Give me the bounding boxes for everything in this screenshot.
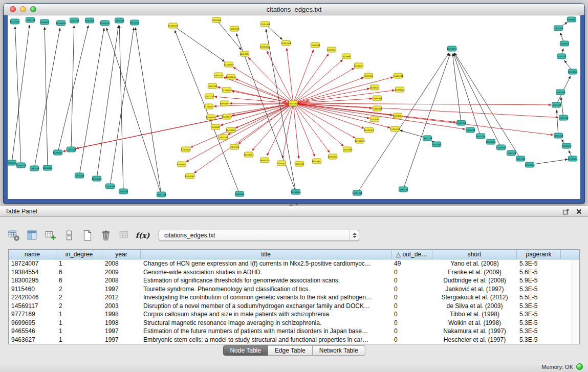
network-node[interactable]: 16585549 — [229, 26, 239, 31]
network-canvas[interactable]: 1872400716054065154981261261065111431760… — [8, 15, 580, 199]
network-node[interactable]: 13129931 — [341, 54, 352, 59]
new-table-button[interactable] — [80, 228, 95, 243]
network-node[interactable]: 12610651 — [239, 51, 250, 56]
network-node[interactable]: 14321278 — [422, 136, 432, 141]
network-node[interactable]: 14774354 — [66, 147, 76, 152]
column-header-out_degree[interactable]: △ out_de… — [391, 250, 432, 259]
network-node[interactable]: 15281463 — [431, 142, 442, 147]
network-node[interactable]: 11444823 — [291, 189, 301, 194]
table-row[interactable]: 1830029562008Estimation of significance … — [9, 276, 572, 285]
row-height-button[interactable] — [61, 228, 76, 243]
network-node[interactable]: 16962098 — [84, 18, 95, 23]
network-node[interactable]: 11737291 — [204, 104, 214, 109]
function-builder-button[interactable]: f(x) — [135, 228, 150, 243]
network-node[interactable]: 19115756 — [475, 134, 486, 139]
network-node[interactable]: 19396826 — [395, 87, 405, 92]
network-node[interactable]: 10329261 — [393, 113, 403, 118]
network-node[interactable]: 18165968 — [372, 106, 382, 111]
network-node[interactable]: 10196372 — [369, 85, 380, 90]
network-node[interactable]: 14513994 — [342, 147, 353, 152]
tab-network-table[interactable]: Network Table — [313, 345, 365, 356]
table-selector-dropdown[interactable]: citations_edges.txt — [159, 230, 359, 241]
network-node[interactable]: 13795467 — [53, 150, 63, 155]
network-node[interactable]: 18724007 — [288, 101, 298, 106]
close-window-button[interactable] — [10, 6, 16, 12]
network-node[interactable]: 10873502 — [226, 127, 236, 133]
network-node[interactable]: 19874174 — [222, 114, 232, 119]
table-vertical-scrollbar[interactable] — [572, 259, 579, 344]
network-node[interactable]: 13910294 — [525, 162, 535, 167]
network-node[interactable]: 11893234 — [29, 166, 39, 171]
column-header-title[interactable]: title — [141, 250, 391, 259]
network-node[interactable]: 11920620 — [181, 147, 191, 152]
network-node[interactable]: 14046431 — [326, 47, 337, 52]
network-canvas-svg[interactable]: 1872400716054065154981261261065111431760… — [8, 15, 580, 199]
network-node[interactable]: 16954790 — [328, 154, 338, 159]
network-window-titlebar[interactable]: citations_edges.txt — [4, 4, 584, 15]
network-node[interactable]: 18570341 — [118, 189, 128, 194]
network-node[interactable]: 14458083 — [568, 156, 578, 161]
network-node[interactable]: 17554300 — [260, 21, 270, 27]
network-node[interactable]: 11033534 — [496, 145, 506, 150]
network-node[interactable]: 12865901 — [177, 162, 187, 167]
network-node[interactable]: 13362476 — [398, 187, 408, 192]
network-node[interactable]: 17612090 — [105, 184, 115, 189]
network-node[interactable]: 16239694 — [447, 46, 457, 51]
network-node[interactable]: 16103921 — [364, 127, 374, 133]
network-node[interactable]: 13831967 — [185, 173, 195, 179]
network-node[interactable]: 10571131 — [204, 94, 214, 99]
network-node[interactable]: 19095953 — [372, 96, 382, 101]
column-header-short[interactable]: short — [432, 250, 517, 259]
network-node[interactable]: 19812035 — [129, 20, 140, 25]
memory-ok-indicator[interactable] — [576, 363, 583, 370]
table-row[interactable]: 977716911998Corpus callosum shape and si… — [9, 310, 572, 319]
network-node[interactable]: 18955397 — [220, 101, 230, 106]
network-node[interactable]: 12540265 — [553, 133, 563, 138]
network-node[interactable]: 17745720 — [556, 54, 567, 59]
network-node[interactable]: 12563049 — [206, 115, 216, 120]
network-node[interactable]: 19527446 — [156, 192, 166, 197]
table-row[interactable]: 1872400712008Changes of HCN gene express… — [9, 259, 572, 268]
minimize-window-button[interactable] — [20, 6, 26, 12]
network-node[interactable]: 15713862 — [74, 173, 84, 178]
network-node[interactable]: 17054392 — [369, 117, 380, 122]
network-node[interactable]: 18852825 — [114, 18, 124, 23]
network-node[interactable]: 17786191 — [222, 87, 232, 93]
network-node[interactable]: 11283506 — [390, 126, 400, 132]
network-node[interactable]: 12921358 — [213, 73, 224, 78]
network-node[interactable]: 14702039 — [168, 23, 178, 28]
float-panel-button[interactable] — [561, 207, 570, 215]
network-node[interactable]: 15184619 — [355, 138, 365, 143]
network-node[interactable]: 16054065 — [281, 40, 291, 46]
table-row[interactable]: 969969511998Structural magnetic resonanc… — [9, 319, 572, 327]
delete-table-button[interactable] — [98, 228, 113, 243]
network-node[interactable]: 12177045 — [10, 19, 20, 24]
network-node[interactable]: 16654328 — [92, 176, 102, 181]
network-node[interactable]: 15813951 — [312, 159, 322, 164]
network-node[interactable]: 17197945 — [456, 120, 466, 125]
close-panel-button[interactable] — [575, 207, 583, 215]
network-node[interactable]: 15056807 — [210, 124, 221, 129]
network-node[interactable]: 11381111 — [294, 161, 304, 166]
network-node[interactable]: 17135278 — [229, 144, 239, 149]
network-node[interactable]: 12401998 — [352, 190, 362, 195]
network-node[interactable]: 11992433 — [506, 150, 516, 156]
table-row[interactable]: 2242004622012Investigating the contribut… — [9, 293, 572, 302]
network-node[interactable]: 19663538 — [555, 90, 565, 95]
network-node[interactable]: 12242041 — [354, 63, 364, 68]
network-node[interactable]: 14872009 — [207, 83, 217, 89]
column-header-in_degree[interactable]: in_degree — [56, 250, 102, 259]
network-node[interactable]: 16786811 — [559, 41, 570, 46]
network-node[interactable]: 13499174 — [561, 143, 572, 148]
network-node[interactable]: 14869001 — [567, 17, 577, 22]
zoom-window-button[interactable] — [30, 6, 36, 12]
network-node[interactable]: 16844849 — [226, 74, 236, 79]
table-row[interactable]: 1938455462009Genome-wide association stu… — [9, 268, 572, 277]
table-row[interactable]: 911546021997Tourette syndrome. Phenomeno… — [9, 285, 572, 294]
network-node[interactable]: 16014565 — [69, 18, 79, 23]
network-node[interactable]: 15827902 — [553, 26, 563, 31]
network-node[interactable]: 13130161 — [25, 17, 35, 23]
network-node[interactable]: 15635062 — [211, 17, 222, 23]
network-node[interactable]: 11431760 — [224, 62, 234, 67]
network-node[interactable]: 18218754 — [244, 152, 254, 157]
